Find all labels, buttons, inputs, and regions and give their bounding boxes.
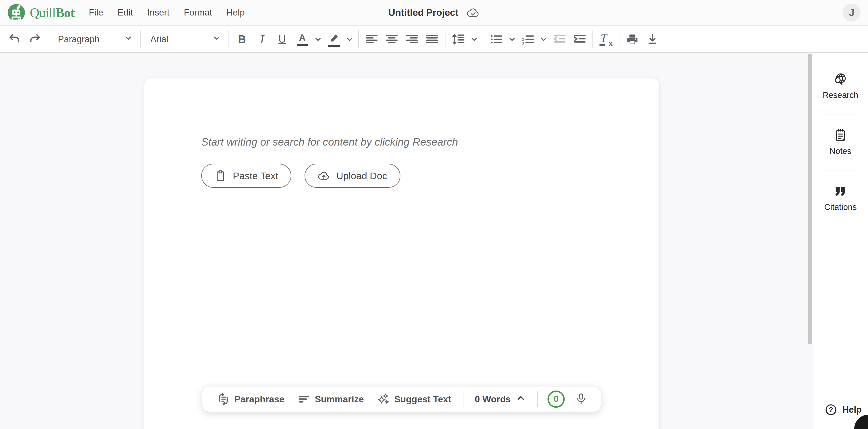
menu-edit[interactable]: Edit [117, 6, 133, 19]
sidebar-item-research[interactable]: Research [821, 72, 860, 100]
project-title[interactable]: Untitled Project [389, 7, 458, 18]
sidebar-item-citations[interactable]: Citations [823, 184, 859, 212]
align-right-button[interactable] [402, 30, 422, 49]
chevron-down-icon [124, 34, 133, 45]
wordmark-quill: Quill [30, 5, 56, 20]
italic-button[interactable]: I [252, 30, 272, 49]
help-button[interactable]: ? Help [823, 403, 863, 417]
word-count-label: 0 Words [475, 394, 511, 405]
summarize-icon [298, 393, 310, 405]
menu-format[interactable]: Format [183, 6, 212, 19]
toolbar-separator [358, 30, 359, 48]
help-icon: ? [825, 403, 837, 416]
font-family-value: Arial [150, 34, 168, 44]
outdent-button[interactable] [549, 30, 569, 49]
research-globe-icon [833, 72, 848, 86]
quick-actions-bar: Paraphrase Summarize Suggest Text 0 Word… [202, 387, 601, 412]
undo-button[interactable] [5, 30, 25, 49]
menu-help[interactable]: Help [226, 6, 245, 19]
text-color-menu-button[interactable] [312, 30, 324, 49]
chevron-down-icon [314, 35, 322, 44]
numbered-list-menu-button[interactable] [538, 30, 549, 49]
toolbar-separator [592, 30, 593, 48]
quillbot-robot-icon [7, 4, 25, 22]
editor-scrollbar[interactable] [808, 53, 813, 429]
toolbar-separator [48, 30, 48, 48]
indent-button[interactable] [569, 30, 590, 49]
quillbot-logo[interactable]: QuillBot [7, 4, 74, 22]
font-family-dropdown[interactable]: Arial [144, 30, 226, 49]
chevron-down-icon [508, 35, 516, 44]
quillbot-wordmark: QuillBot [30, 5, 74, 20]
menu-file[interactable]: File [88, 6, 104, 19]
highlight-button[interactable] [324, 30, 344, 49]
highlight-color-bar [328, 45, 340, 48]
text-color-bar [297, 44, 308, 46]
sidebar-label-research: Research [823, 90, 858, 100]
quick-actions-separator [463, 391, 463, 407]
top-bar: QuillBot File Edit Insert Format Help Un… [0, 0, 868, 26]
chevron-down-icon [539, 35, 548, 44]
wordmark-bot: Bot [56, 5, 74, 20]
paraphrase-button[interactable]: Paraphrase [215, 393, 286, 406]
cloud-saved-icon [466, 7, 479, 19]
svg-text:?: ? [829, 406, 833, 413]
citations-quote-icon [833, 184, 848, 198]
align-center-icon [385, 33, 398, 46]
suggest-text-button[interactable]: Suggest Text [375, 393, 453, 406]
notes-icon [833, 128, 848, 143]
toolbar-separator [140, 30, 141, 48]
highlight-icon [327, 31, 340, 44]
redo-icon [28, 33, 41, 46]
chevron-down-icon [470, 35, 478, 44]
chevron-up-icon [516, 393, 526, 405]
toolbar-separator [619, 30, 619, 48]
editor-placeholder[interactable]: Start writing or search for content by c… [201, 136, 659, 148]
align-justify-button[interactable] [422, 30, 442, 49]
redo-button[interactable] [25, 30, 45, 49]
word-count-button[interactable]: 0 Words [473, 393, 528, 405]
download-button[interactable] [642, 30, 662, 49]
quillbot-editor-app: { "app": { "name": "QuillBot" }, "colors… [0, 0, 868, 429]
align-center-button[interactable] [382, 30, 402, 49]
line-spacing-button[interactable] [448, 30, 468, 49]
outdent-icon [553, 33, 566, 46]
toolbar-separator [445, 30, 445, 48]
upload-doc-button[interactable]: Upload Doc [305, 164, 400, 188]
summarize-label: Summarize [315, 394, 364, 405]
chevron-down-icon [212, 34, 221, 45]
align-right-icon [405, 33, 418, 46]
sidebar-label-notes: Notes [830, 147, 851, 156]
document-card[interactable]: Start writing or search for content by c… [144, 78, 660, 429]
bullet-list-button[interactable] [486, 30, 506, 49]
line-spacing-menu-button[interactable] [468, 30, 480, 49]
bullet-list-menu-button[interactable] [506, 30, 518, 49]
quick-actions-separator [537, 391, 538, 407]
scrollbar-thumb[interactable] [808, 54, 812, 344]
numbered-list-button[interactable]: 1 2 3 [518, 30, 538, 49]
print-button[interactable] [622, 30, 642, 49]
help-label: Help [842, 405, 862, 415]
sidebar-item-notes[interactable]: Notes [828, 128, 853, 156]
text-color-button[interactable]: A [292, 30, 312, 49]
suggest-text-icon [377, 393, 390, 405]
highlight-menu-button[interactable] [344, 30, 355, 49]
menu-bar: File Edit Insert Format Help [88, 6, 245, 19]
underline-button[interactable]: U [272, 30, 292, 49]
paste-text-label: Paste Text [233, 170, 278, 182]
paragraph-style-dropdown[interactable]: Paragraph [51, 30, 137, 49]
clear-formatting-button[interactable]: T x [596, 30, 616, 49]
paste-text-button[interactable]: Paste Text [201, 164, 291, 188]
menu-insert[interactable]: Insert [147, 6, 170, 19]
avatar[interactable]: J [843, 4, 861, 22]
flow-score-badge[interactable]: 0 [548, 391, 565, 408]
italic-icon: I [260, 33, 264, 45]
bold-button[interactable]: B [232, 30, 252, 49]
download-icon [646, 33, 659, 46]
undo-icon [8, 33, 21, 46]
align-left-button[interactable] [362, 30, 382, 49]
toolbar-separator [228, 30, 229, 48]
dictate-button[interactable] [575, 393, 588, 406]
formatting-toolbar: Paragraph Arial B I U A [0, 26, 868, 53]
summarize-button[interactable]: Summarize [296, 393, 366, 406]
